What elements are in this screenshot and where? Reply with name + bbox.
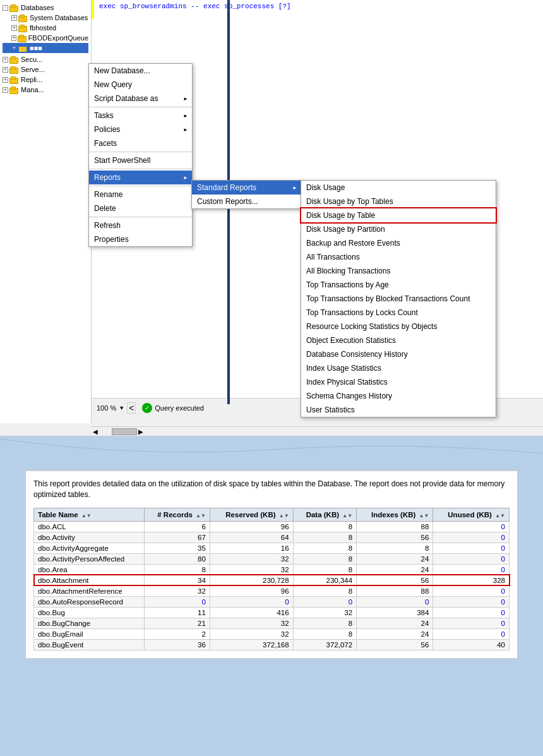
horizontal-scrollbar[interactable]: ◀ ▶ bbox=[92, 426, 543, 436]
sort-arrows-records[interactable]: ▲▼ bbox=[196, 513, 206, 519]
menu-index-physical[interactable]: Index Physical Statistics bbox=[301, 375, 496, 389]
table-cell: 8 bbox=[293, 585, 356, 596]
menu-custom-reports[interactable]: Custom Reports... bbox=[192, 195, 301, 208]
folder-icon-replication bbox=[9, 75, 20, 84]
tree-expand-management[interactable]: + bbox=[3, 87, 8, 93]
code-content: exec sp_browseradmins -- exec sp_process… bbox=[92, 0, 543, 13]
tree-fbodexport[interactable]: + FBODExportQueue bbox=[3, 33, 88, 43]
arrow-icon: ► bbox=[183, 96, 188, 102]
menu-index-usage[interactable]: Index Usage Statistics bbox=[301, 361, 496, 375]
menu-reports[interactable]: Reports ► bbox=[89, 171, 192, 184]
tree-replication[interactable]: + Repli... bbox=[3, 75, 88, 85]
sort-arrows-reserved[interactable]: ▲▼ bbox=[279, 513, 289, 519]
menu-disk-usage-table[interactable]: Disk Usage by Table bbox=[301, 208, 496, 222]
menu-resource-locking[interactable]: Resource Locking Statistics by Objects bbox=[301, 320, 496, 333]
menu-start-powershell[interactable]: Start PowerShell bbox=[89, 153, 192, 167]
tree-fbhosted[interactable]: + fbhosted bbox=[3, 23, 88, 33]
menu-top-transactions-age[interactable]: Top Transactions by Age bbox=[301, 278, 496, 292]
table-cell: 0 bbox=[293, 596, 356, 607]
menu-object-execution[interactable]: Object Execution Statistics bbox=[301, 333, 496, 347]
table-cell: 0 bbox=[210, 596, 293, 607]
menu-schema-changes[interactable]: Schema Changes History bbox=[301, 389, 496, 403]
menu-user-statistics[interactable]: User Statistics bbox=[301, 403, 496, 417]
menu-top-transactions-locks[interactable]: Top Transactions by Locks Count bbox=[301, 306, 496, 320]
menu-all-transactions[interactable]: All Transactions bbox=[301, 250, 496, 264]
tree-selected-db[interactable]: + ■■■ bbox=[3, 43, 88, 53]
table-cell: 56 bbox=[357, 575, 433, 585]
scroll-left-button[interactable]: ◀ bbox=[92, 428, 99, 435]
table-header-row: Table Name ▲▼ # Records ▲▼ Reserved (KB)… bbox=[34, 508, 510, 521]
tree-security[interactable]: + Secu... bbox=[3, 54, 88, 64]
table-cell: 8 bbox=[293, 553, 356, 564]
tree-expand-selected[interactable]: + bbox=[11, 45, 17, 51]
menu-standard-reports[interactable]: Standard Reports ► bbox=[192, 181, 301, 195]
scroll-right-button[interactable]: ▶ bbox=[137, 428, 145, 435]
menu-script-database-as[interactable]: Script Database as ► bbox=[89, 92, 192, 105]
table-cell: 230,344 bbox=[293, 575, 356, 585]
table-cell: 0 bbox=[433, 532, 510, 543]
col-table-name[interactable]: Table Name ▲▼ bbox=[34, 508, 145, 521]
sort-arrows-data[interactable]: ▲▼ bbox=[342, 513, 352, 519]
menu-facets[interactable]: Facets bbox=[89, 136, 192, 150]
menu-db-consistency[interactable]: Database Consistency History bbox=[301, 347, 496, 361]
folder-icon-fbodexport bbox=[18, 33, 27, 42]
tree-expand-system[interactable]: + bbox=[11, 15, 17, 21]
menu-delete[interactable]: Delete bbox=[89, 201, 192, 215]
tree-system-databases[interactable]: + System Databases bbox=[3, 13, 88, 23]
table-cell: 8 bbox=[144, 564, 210, 575]
col-indexes[interactable]: Indexes (KB) ▲▼ bbox=[357, 508, 433, 521]
menu-disk-usage-partition[interactable]: Disk Usage by Partition bbox=[301, 222, 496, 236]
tree-security-label: Secu... bbox=[21, 56, 42, 63]
menu-refresh[interactable]: Refresh bbox=[89, 219, 192, 232]
status-indicator: ✓ bbox=[142, 403, 152, 413]
tree-management[interactable]: + Mana... bbox=[3, 85, 88, 95]
zoom-dropdown-button[interactable]: ▼ bbox=[119, 405, 124, 411]
menu-backup-restore[interactable]: Backup and Restore Events bbox=[301, 236, 496, 250]
menu-disk-usage[interactable]: Disk Usage bbox=[301, 181, 496, 195]
menu-top-transactions-blocked[interactable]: Top Transactions by Blocked Transactions… bbox=[301, 292, 496, 306]
menu-rename[interactable]: Rename bbox=[89, 188, 192, 201]
table-cell: 32 bbox=[210, 628, 293, 639]
table-cell: dbo.Bug bbox=[34, 607, 145, 618]
ssms-window: - Databases + System Databases + fbhoste… bbox=[0, 0, 543, 436]
table-cell: dbo.Area bbox=[34, 564, 145, 575]
col-reserved[interactable]: Reserved (KB) ▲▼ bbox=[210, 508, 293, 521]
tree-expand-server[interactable]: + bbox=[3, 67, 8, 73]
tree-expand-fbhosted[interactable]: + bbox=[11, 25, 17, 31]
table-cell: 8 bbox=[357, 543, 433, 553]
table-cell: 16 bbox=[210, 543, 293, 553]
sort-arrows-unused[interactable]: ▲▼ bbox=[495, 513, 505, 519]
col-data[interactable]: Data (KB) ▲▼ bbox=[293, 508, 356, 521]
sort-arrows-name[interactable]: ▲▼ bbox=[81, 513, 92, 519]
menu-new-database[interactable]: New Database... bbox=[89, 64, 192, 78]
code-line: exec sp_browseradmins -- exec sp_process… bbox=[94, 3, 540, 10]
menu-new-query[interactable]: New Query bbox=[89, 78, 192, 92]
zoom-control[interactable]: 100 % ▼ < bbox=[97, 402, 136, 414]
tree-server[interactable]: + Serve... bbox=[3, 64, 88, 75]
tree-expand-databases[interactable]: - bbox=[3, 5, 8, 11]
col-unused[interactable]: Unused (KB) ▲▼ bbox=[433, 508, 510, 521]
col-records[interactable]: # Records ▲▼ bbox=[144, 508, 210, 521]
tree-databases-label: Databases bbox=[21, 4, 54, 11]
menu-policies[interactable]: Policies ► bbox=[89, 123, 192, 136]
table-cell: 32 bbox=[210, 553, 293, 564]
table-cell: dbo.Attachment bbox=[34, 575, 145, 585]
menu-properties[interactable]: Properties bbox=[89, 232, 192, 246]
table-cell: 24 bbox=[357, 628, 433, 639]
zoom-step-button[interactable]: < bbox=[127, 402, 136, 414]
table-cell: dbo.AutoResponseRecord bbox=[34, 596, 145, 607]
tree-expand-security[interactable]: + bbox=[3, 57, 8, 63]
menu-all-blocking[interactable]: All Blocking Transactions bbox=[301, 264, 496, 278]
arrow-icon-standard: ► bbox=[292, 185, 297, 191]
tree-expand-fbodexport[interactable]: + bbox=[11, 35, 16, 41]
tree-databases[interactable]: - Databases bbox=[3, 3, 88, 13]
sort-arrows-indexes[interactable]: ▲▼ bbox=[419, 513, 429, 519]
tree-expand-replication[interactable]: + bbox=[3, 77, 8, 83]
menu-disk-usage-top-tables[interactable]: Disk Usage by Top Tables bbox=[301, 195, 496, 208]
table-cell: 0 bbox=[433, 607, 510, 618]
table-cell: 0 bbox=[433, 628, 510, 639]
scroll-thumb[interactable] bbox=[112, 428, 137, 435]
table-cell: 372,072 bbox=[293, 639, 356, 650]
menu-tasks[interactable]: Tasks ► bbox=[89, 109, 192, 123]
table-row: dbo.Area8328240 bbox=[34, 564, 510, 575]
